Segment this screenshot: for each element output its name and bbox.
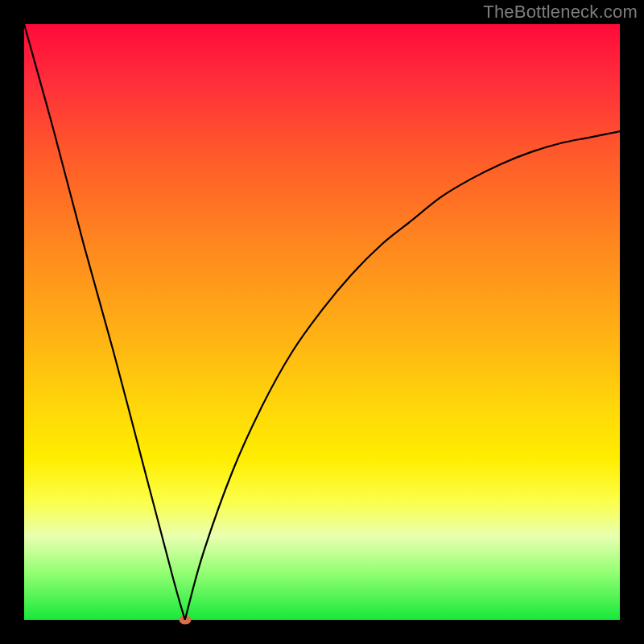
curve-right-branch: [185, 131, 620, 620]
watermark-text: TheBottleneck.com: [483, 2, 638, 23]
curve-left-branch: [24, 24, 185, 620]
chart-frame: TheBottleneck.com: [0, 0, 644, 644]
curve-svg: [24, 24, 620, 620]
plot-area: [24, 24, 620, 620]
